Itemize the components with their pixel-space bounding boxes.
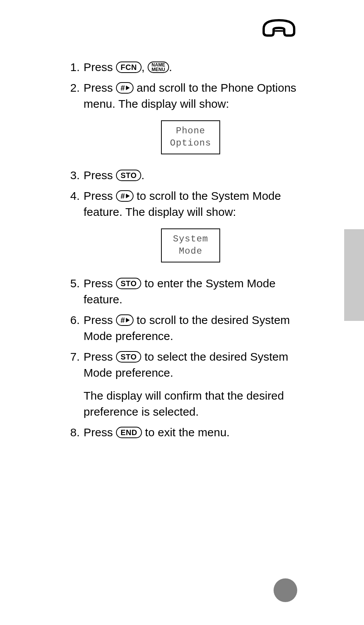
key-hash-right: # <box>116 190 134 202</box>
key-hash-right: # <box>116 82 134 94</box>
key-sto: STO <box>116 278 141 289</box>
step-number: 3. <box>67 167 84 183</box>
step-8: 8. Press END to exit the menu. <box>67 424 298 440</box>
phone-handset-icon <box>261 17 297 39</box>
text: Press <box>84 277 116 290</box>
text: . <box>169 61 172 73</box>
instruction-list: 1. Press FCN, NAME MENU . 2. Press # and… <box>67 59 298 445</box>
step-3: 3. Press STO. <box>67 167 298 183</box>
step-number: 8. <box>67 424 84 440</box>
step-4: 4. Press # to scroll to the System Mode … <box>67 188 298 271</box>
step-number: 6. <box>67 312 84 344</box>
step-number: 4. <box>67 188 84 271</box>
text: Press <box>84 189 116 202</box>
key-fcn: FCN <box>116 62 142 73</box>
key-end: END <box>116 427 142 438</box>
display-system-mode: System Mode <box>161 228 220 262</box>
text: Press <box>84 61 116 73</box>
key-sto: STO <box>116 170 141 181</box>
step-5: 5. Press STO to enter the System Mode fe… <box>67 275 298 308</box>
display-phone-options: Phone Options <box>161 120 220 154</box>
text: The display will confirm that the desire… <box>84 388 298 420</box>
text: . <box>141 169 144 181</box>
step-number: 2. <box>67 80 84 163</box>
step-number: 5. <box>67 275 84 308</box>
step-2: 2. Press # and scroll to the Phone Optio… <box>67 80 298 163</box>
step-number: 1. <box>67 59 84 75</box>
step-1: 1. Press FCN, NAME MENU . <box>67 59 298 75</box>
text: Press <box>84 169 116 181</box>
side-tab <box>344 229 364 321</box>
key-name-menu: NAME MENU <box>148 62 169 73</box>
page-number-dot <box>274 578 297 602</box>
text: Press <box>84 314 116 326</box>
text: , <box>142 61 148 73</box>
text: Press <box>84 426 116 439</box>
text: Press <box>84 81 116 94</box>
step-6: 6. Press # to scroll to the desired Syst… <box>67 312 298 344</box>
text: to exit the menu. <box>145 426 230 439</box>
step-7: 7. Press STO to select the desired Syste… <box>67 349 298 420</box>
text: Press <box>84 350 116 363</box>
step-number: 7. <box>67 349 84 420</box>
key-hash-right: # <box>116 314 134 326</box>
key-sto: STO <box>116 351 141 363</box>
